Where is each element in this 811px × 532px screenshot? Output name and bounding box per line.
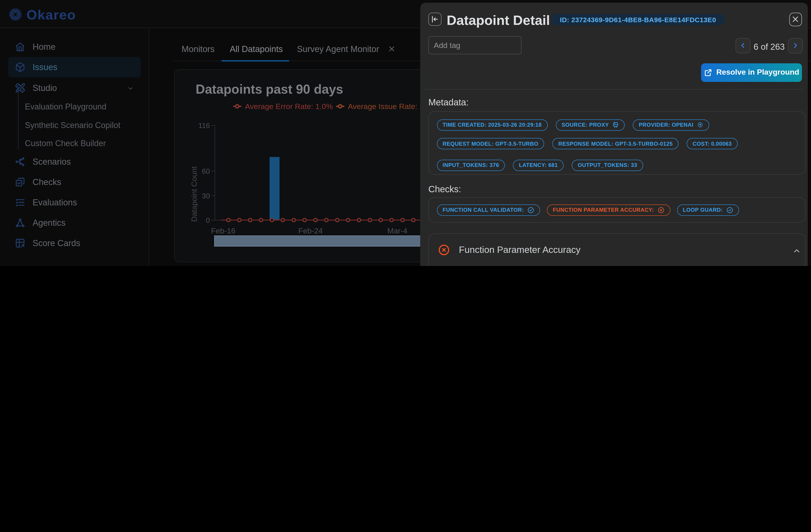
svg-text:0: 0 <box>206 216 210 224</box>
svg-text:Average Error Rate: 1.0%: Average Error Rate: 1.0% <box>245 102 333 111</box>
svg-text:Mar-4: Mar-4 <box>387 226 408 235</box>
svg-text:Feb-16: Feb-16 <box>211 226 235 235</box>
svg-text:Datapoint Count: Datapoint Count <box>190 166 198 222</box>
svg-text:116: 116 <box>198 121 210 130</box>
svg-text:Feb-24: Feb-24 <box>298 226 323 235</box>
svg-text:30: 30 <box>202 192 210 200</box>
svg-text:60: 60 <box>202 167 210 175</box>
